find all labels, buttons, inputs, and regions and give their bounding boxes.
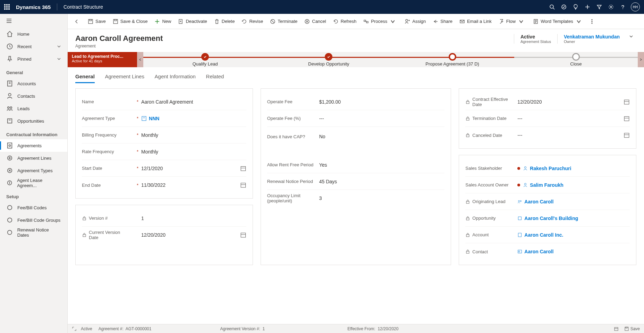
- waffle-icon[interactable]: [4, 4, 10, 10]
- save-button[interactable]: Save: [84, 16, 109, 27]
- bpf-collapse-button[interactable]: [137, 52, 143, 67]
- new-button[interactable]: New: [151, 16, 175, 27]
- delete-button[interactable]: Delete: [211, 16, 238, 27]
- refresh-button[interactable]: Refresh: [330, 16, 360, 27]
- nav-home[interactable]: Home: [0, 28, 67, 40]
- svg-rect-77: [466, 251, 469, 253]
- footer-ver-label: Agreement Version #: 1: [220, 326, 265, 331]
- nav-accounts[interactable]: Accounts: [0, 77, 67, 90]
- bpf-stage-2[interactable]: Develop Opportunity: [267, 53, 390, 67]
- field-start-date[interactable]: Start Date*12/1/2020: [82, 160, 246, 177]
- header-chevron[interactable]: [626, 34, 636, 39]
- search-icon[interactable]: [546, 0, 558, 14]
- field-occupancy[interactable]: Occupancy Limit (people/unit)3: [267, 190, 445, 207]
- calendar-icon[interactable]: [240, 165, 246, 172]
- cap-label: Does it have CAP?: [267, 134, 305, 139]
- opp-value: Aaron Caroll's Building: [524, 216, 578, 221]
- email-link-button[interactable]: Email a Link: [456, 16, 495, 27]
- presence-dot: [517, 167, 520, 170]
- nav-renewal-dates[interactable]: Renewal Notice Dates: [0, 226, 67, 239]
- expand-icon[interactable]: [72, 326, 77, 331]
- olead-label: Originating Lead: [472, 199, 505, 204]
- nav-fee-codes[interactable]: Fee/Bill Codes: [0, 201, 67, 214]
- field-has-cap[interactable]: Does it have CAP?No: [267, 127, 445, 146]
- bpf-next-button[interactable]: [638, 52, 644, 67]
- tab-agent[interactable]: Agent Information: [155, 71, 196, 82]
- nav-agreements[interactable]: Agreements: [0, 139, 67, 152]
- field-rent-free[interactable]: Allow Rent Free PeriodYes: [267, 157, 445, 173]
- svg-point-0: [550, 5, 553, 8]
- overflow-button[interactable]: [587, 16, 599, 27]
- terminate-button[interactable]: Terminate: [266, 16, 301, 27]
- revise-button[interactable]: Revise: [238, 16, 266, 27]
- field-sales-stakeholder[interactable]: Sales StakeholderRakesh Paruchuri: [465, 160, 630, 177]
- gear-icon[interactable]: [605, 0, 617, 14]
- field-name[interactable]: Name*Aaron Caroll Agreement: [82, 94, 246, 110]
- nav-agent-lease[interactable]: Agent Lease Agreem...: [0, 177, 67, 189]
- field-agreement-type[interactable]: Agreement Type*NNN: [82, 110, 246, 127]
- contact-value: Aaron Caroll: [524, 249, 553, 254]
- user-avatar[interactable]: HH: [631, 2, 640, 11]
- plus-icon[interactable]: [582, 0, 593, 14]
- nav-opportunities-label: Opportunities: [17, 119, 44, 124]
- renewal-label: Renewal Notice Period: [267, 179, 313, 184]
- word-templates-button[interactable]: Word Templates: [529, 16, 587, 27]
- contact-label: Contact: [472, 249, 488, 254]
- bpf-process-header[interactable]: Lead to Agreement Proc... Active for 41 …: [68, 52, 137, 67]
- owner-value[interactable]: Venkatraman Mukundan: [564, 34, 620, 40]
- form-body: Name*Aaron Caroll Agreement Agreement Ty…: [68, 84, 644, 333]
- deactivate-button[interactable]: Deactivate: [175, 16, 210, 27]
- record-title: Aaron Caroll Agreement: [75, 34, 163, 43]
- rentfree-label: Allow Rent Free Period: [267, 162, 314, 167]
- nav-pinned-label: Pinned: [17, 56, 31, 62]
- nav-leads[interactable]: Leads: [0, 102, 67, 115]
- assign-button[interactable]: Assign: [401, 16, 429, 27]
- share-button[interactable]: Share: [429, 16, 456, 27]
- bpf-stage-3[interactable]: Propose Agreement (37 D): [391, 53, 514, 67]
- calendar-icon[interactable]: [614, 326, 619, 331]
- nav-agreement-types[interactable]: Agreement Types: [0, 164, 67, 177]
- nav-contacts[interactable]: Contacts: [0, 90, 67, 102]
- lock-icon: [82, 216, 87, 221]
- nav-agreement-lines[interactable]: Agreement Lines: [0, 152, 67, 164]
- field-billing-frequency[interactable]: Billing Frequency*Monthly: [82, 127, 246, 143]
- field-operate-fee-pct[interactable]: Operate Fee (%)---: [267, 110, 445, 127]
- bpf-stage-1[interactable]: Qualify Lead: [143, 53, 267, 67]
- start-value: 12/1/2020: [141, 166, 237, 171]
- term-label: Termination Date: [472, 116, 506, 121]
- save-icon[interactable]: [624, 326, 629, 331]
- field-rate-frequency[interactable]: Rate Frequency*Monthly: [82, 143, 246, 160]
- end-label: End Date: [82, 183, 101, 188]
- nav-home-label: Home: [17, 32, 29, 37]
- tab-lines[interactable]: Agreement Lines: [105, 71, 144, 82]
- svg-point-15: [10, 107, 12, 108]
- cancel-button[interactable]: Cancel: [301, 16, 329, 27]
- opfeepct-label: Operate Fee (%): [267, 116, 301, 121]
- nav-pinned[interactable]: Pinned: [0, 53, 67, 65]
- stage-done-icon: [201, 53, 209, 61]
- task-icon[interactable]: [558, 0, 570, 14]
- bpf-stage3-label: Propose Agreement (37 D): [425, 61, 479, 67]
- field-operate-fee[interactable]: Operate Fee$1,200.00: [267, 94, 445, 110]
- lightbulb-icon[interactable]: [570, 0, 582, 14]
- field-renewal-notice[interactable]: Renewal Notice Period45 Days: [267, 173, 445, 190]
- nav-recent[interactable]: Recent: [0, 40, 67, 53]
- tab-related[interactable]: Related: [206, 71, 224, 82]
- nav-fee-groups[interactable]: Fee/Bill Code Groups: [0, 214, 67, 226]
- flow-button[interactable]: Flow: [495, 16, 529, 27]
- ced-value: 12/20/2020: [517, 99, 621, 105]
- end-value: 11/30/2022: [141, 182, 237, 188]
- tab-general[interactable]: General: [75, 71, 95, 83]
- field-sales-account-owner[interactable]: Sales Account OwnerSalim Faroukh: [465, 177, 630, 193]
- bpf-stage-4[interactable]: Close: [514, 53, 638, 67]
- calendar-icon[interactable]: [240, 182, 246, 188]
- nav-opportunities[interactable]: Opportunities: [0, 115, 67, 127]
- filter-icon[interactable]: [593, 0, 605, 14]
- process-button[interactable]: Process: [360, 16, 401, 27]
- help-icon[interactable]: [617, 0, 629, 14]
- back-button[interactable]: [71, 16, 82, 27]
- field-end-date[interactable]: End Date*11/30/2022: [82, 177, 246, 193]
- hamburger-button[interactable]: [0, 14, 67, 28]
- footer-save-label[interactable]: Save: [630, 326, 640, 331]
- save-close-button[interactable]: Save & Close: [109, 16, 151, 27]
